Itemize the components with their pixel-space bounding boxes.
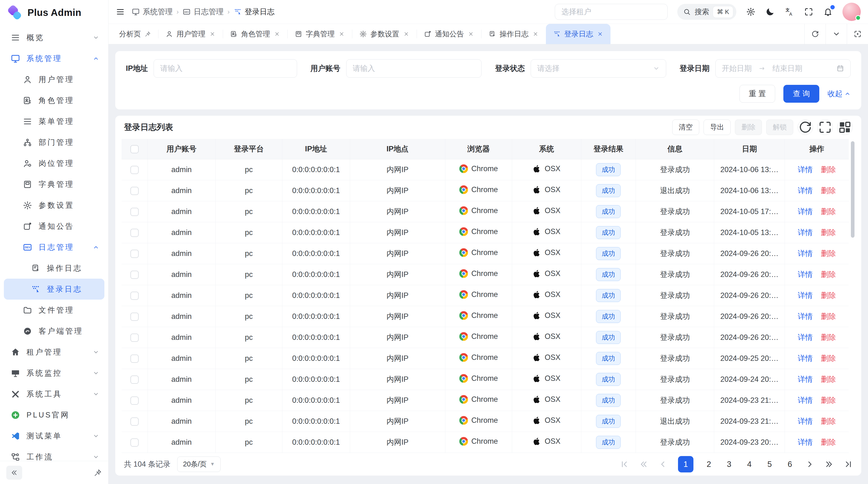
unlock-button[interactable]: 解锁 [766, 120, 793, 135]
detail-link[interactable]: 详情 [798, 228, 813, 237]
breadcrumb-item-login-log[interactable]: 登录日志 [234, 7, 275, 17]
detail-link[interactable]: 详情 [798, 312, 813, 321]
sidebar-collapse-button[interactable] [6, 466, 22, 480]
row-checkbox[interactable] [130, 396, 138, 405]
settings-gear-icon[interactable] [746, 7, 756, 17]
maximize-content-button[interactable] [847, 24, 868, 44]
sidebar-item-role-mgmt[interactable]: 角色管理 [4, 90, 104, 111]
detail-link[interactable]: 详情 [798, 249, 813, 258]
row-checkbox[interactable] [130, 355, 138, 363]
detail-link[interactable]: 详情 [798, 207, 813, 216]
row-checkbox[interactable] [130, 376, 138, 384]
query-button[interactable]: 查 询 [783, 85, 819, 103]
close-icon[interactable] [274, 31, 280, 37]
sidebar-item-test-menu[interactable]: 测试菜单 [4, 425, 104, 446]
sidebar-item-sys-tools[interactable]: 系统工具 [4, 384, 104, 405]
notifications-bell-icon[interactable] [823, 7, 833, 17]
tenant-select-input[interactable]: 选择租户 [555, 4, 668, 20]
refresh-tab-button[interactable] [804, 24, 826, 44]
page-size-select[interactable]: 20条/页 ▼ [177, 456, 221, 472]
close-icon[interactable] [532, 31, 539, 37]
clear-button[interactable]: 清空 [672, 120, 699, 135]
tab-role-mgmt[interactable]: 角色管理 [223, 24, 287, 44]
detail-link[interactable]: 详情 [798, 186, 813, 195]
status-select[interactable]: 请选择 [531, 59, 666, 77]
detail-link[interactable]: 详情 [798, 354, 813, 362]
sidebar-item-plus-site[interactable]: PLUS官网 [4, 405, 104, 425]
user-avatar[interactable] [842, 3, 861, 21]
breadcrumb-item-system-mgmt[interactable]: 系统管理 [132, 7, 173, 17]
hamburger-menu-icon[interactable] [116, 7, 125, 17]
sidebar-item-system-mgmt[interactable]: 系统管理 [4, 48, 104, 69]
delete-link[interactable]: 删除 [821, 291, 836, 300]
dark-mode-moon-icon[interactable] [765, 7, 775, 17]
row-checkbox[interactable] [130, 208, 138, 216]
detail-link[interactable]: 详情 [798, 333, 813, 342]
ip-input[interactable]: 请输入 [154, 59, 297, 77]
date-range-input[interactable]: 开始日期结束日期 [715, 59, 851, 77]
table-scrollbar-thumb[interactable] [851, 141, 855, 238]
sidebar-item-tenant-mgmt[interactable]: 租户管理 [4, 342, 104, 362]
account-input[interactable]: 请输入 [346, 59, 482, 77]
select-all-checkbox[interactable] [130, 145, 138, 153]
delete-link[interactable]: 删除 [821, 438, 836, 446]
tab-notice[interactable]: 通知公告 [416, 24, 481, 44]
delete-link[interactable]: 删除 [821, 333, 836, 342]
delete-link[interactable]: 删除 [821, 228, 836, 237]
tab-analysis[interactable]: 分析页 [112, 24, 158, 44]
tab-param-settings[interactable]: 参数设置 [352, 24, 416, 44]
tab-dict-mgmt[interactable]: 字典管理 [287, 24, 352, 44]
delete-link[interactable]: 删除 [821, 186, 836, 195]
sidebar-pin-icon[interactable] [94, 469, 102, 477]
detail-link[interactable]: 详情 [798, 291, 813, 300]
page-number-2[interactable]: 2 [704, 460, 714, 469]
delete-link[interactable]: 删除 [821, 312, 836, 321]
row-checkbox[interactable] [130, 417, 138, 426]
sidebar-item-user-mgmt[interactable]: 用户管理 [4, 69, 104, 90]
first-page-button[interactable] [620, 460, 629, 469]
sidebar-item-param-settings[interactable]: 参数设置 [4, 195, 104, 216]
row-checkbox[interactable] [130, 333, 138, 342]
table-fullscreen-button[interactable] [817, 120, 833, 135]
row-checkbox[interactable] [130, 313, 138, 321]
fullscreen-icon[interactable] [804, 7, 813, 17]
prev-five-pages-button[interactable] [640, 460, 648, 469]
sidebar-item-menu-mgmt[interactable]: 菜单管理 [4, 111, 104, 132]
row-checkbox[interactable] [130, 292, 138, 300]
sidebar-item-op-log[interactable]: 操作日志 [4, 258, 104, 279]
sidebar-item-overview[interactable]: 概览 [4, 27, 104, 48]
close-icon[interactable] [339, 31, 345, 37]
delete-link[interactable]: 删除 [821, 375, 836, 384]
detail-link[interactable]: 详情 [798, 438, 813, 446]
close-icon[interactable] [403, 31, 409, 37]
delete-link[interactable]: 删除 [821, 354, 836, 362]
sidebar-item-file-mgmt[interactable]: 文件管理 [4, 300, 104, 321]
row-checkbox[interactable] [130, 166, 138, 174]
tab-list-dropdown-button[interactable] [826, 24, 847, 44]
page-number-1[interactable]: 1 [678, 456, 693, 473]
delete-link[interactable]: 删除 [821, 417, 836, 425]
sidebar-item-dept-mgmt[interactable]: 部门管理 [4, 132, 104, 153]
tab-op-log[interactable]: 操作日志 [481, 24, 546, 44]
delete-link[interactable]: 删除 [821, 249, 836, 258]
sidebar-item-notice[interactable]: 通知公告 [4, 216, 104, 237]
close-icon[interactable] [468, 31, 474, 37]
delete-link[interactable]: 删除 [821, 270, 836, 279]
sidebar-item-client-mgmt[interactable]: 客户端管理 [4, 321, 104, 342]
sidebar-item-dict-mgmt[interactable]: 字典管理 [4, 174, 104, 195]
tab-user-mgmt[interactable]: 用户管理 [158, 24, 223, 44]
row-checkbox[interactable] [130, 187, 138, 195]
row-checkbox[interactable] [130, 271, 138, 279]
row-checkbox[interactable] [130, 439, 138, 447]
delete-link[interactable]: 删除 [821, 165, 836, 174]
sidebar-item-post-mgmt[interactable]: 岗位管理 [4, 153, 104, 174]
prev-page-button[interactable] [659, 460, 668, 469]
global-search-button[interactable]: 搜索 ⌘ K [677, 4, 736, 20]
delete-button[interactable]: 删除 [735, 120, 762, 135]
collapse-filter-link[interactable]: 收起 [828, 89, 850, 99]
detail-link[interactable]: 详情 [798, 165, 813, 174]
column-settings-button[interactable] [837, 120, 852, 135]
detail-link[interactable]: 详情 [798, 417, 813, 425]
breadcrumb-item-log-mgmt[interactable]: DEV日志管理 [183, 7, 223, 17]
sidebar-item-login-log[interactable]: 登录日志 [4, 279, 104, 300]
